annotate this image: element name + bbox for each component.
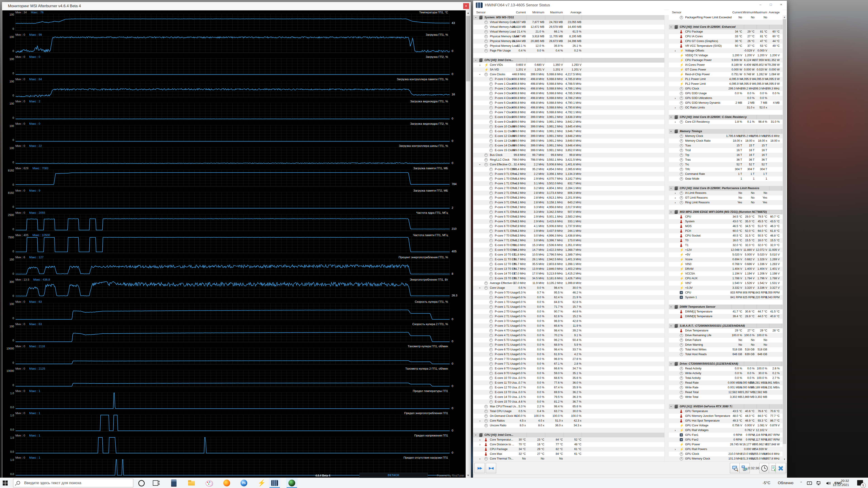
sensor-row[interactable]: P-core 3 T0 Effec...3.3 MHz2.8 MHz4,913.… [473, 195, 664, 200]
column-average[interactable]: Average [561, 11, 581, 14]
sensor-row[interactable]: Drive Temperature29 °C27 °C29 °C28 °C [669, 328, 782, 333]
photoshop-icon[interactable]: PS [240, 479, 248, 487]
sensor-row[interactable]: Uncore Ratio8.0 x8.0 x36.0 x34.3 x [473, 423, 664, 428]
graph-3[interactable]: Мин : 0Макс : 0Загрузка ГП2, %10000 [2, 55, 466, 77]
graph-10[interactable]: Мин : 0Макс : 2055Частота ядра ГП1, МГц2… [2, 211, 466, 233]
sensor-row[interactable]: ⚡VCCSA1.194 V1.194 V1.206 V1.198 V [669, 271, 782, 276]
sensor-row[interactable]: E-core 9 T0 Effec...19.3 MHz14.7 MHz2,42… [473, 248, 664, 252]
sensor-group-row[interactable]: ›CPU [#0]: Intel Core i9-12900K: Perform… [669, 186, 782, 191]
sensor-row[interactable]: Physical Memory Load12.1 %12.0 %35.9 %25… [473, 43, 664, 48]
chevron-down-icon[interactable]: › [478, 164, 482, 165]
afterburner-scrollbar[interactable]: ▲ ▼ [466, 10, 471, 478]
sensor-row[interactable]: E-core 15 T0 Eff...98.7 MHz34.5 MHz3,181… [473, 276, 664, 281]
sensor-row[interactable]: P-core 6 Clock498.8 MHz498.8 MHz5,088.8 … [473, 105, 664, 110]
tray-chevron-icon[interactable]: ⌃ [800, 478, 802, 488]
sensor-row[interactable]: P-core 2 T1 Effec...3.2 MHz2.8 MHz3,173.… [473, 191, 664, 195]
sensor-row[interactable]: ⚡Vcore0.694 V0.682 V1.328 V1.269 V [669, 257, 782, 262]
sensor-row[interactable]: E-core 11 Clock399.0 MHz399.0 MHz3,991.2… [473, 129, 664, 134]
graph-8[interactable]: Мин : 629Макс : 7083Загрузка памяти ГП1,… [2, 166, 466, 189]
scroll-up-icon[interactable]: ▲ [782, 15, 786, 19]
clock[interactable]: 20:32 12.12.2021 [833, 479, 849, 487]
sensor-group-row[interactable]: ›CPU [#0]: Intel Core... [473, 433, 664, 437]
weather-temp-label[interactable]: -5°C [763, 478, 770, 488]
sensor-row[interactable]: Gear Mode111 [669, 176, 782, 181]
afterburner-titlebar[interactable]: Мониторинг MSI Afterburner v4.6.4 Beta 4… [2, 2, 471, 10]
sensor-group-row[interactable]: ›MSI MPG Z690 EDGE WIFI DDR4 (MS-7D31) (… [669, 210, 782, 215]
sensor-row[interactable]: ✳System 1841 RPM825 RPM1,220 RPM1,043 RP… [669, 295, 782, 300]
sensor-row[interactable]: E-core 8 T0 Effec...21.0 MHz15.3 MHz2,53… [473, 243, 664, 248]
sensor-row[interactable]: P-core 1 Clock498.8 MHz498.8 MHz5,088.8 … [473, 82, 664, 86]
sensor-row[interactable]: ⚡+3.3V3.332 V3.320 V3.336 V3.327 V [669, 286, 782, 290]
cast-display-icon[interactable] [807, 478, 812, 488]
sensor-row[interactable]: Tcas15 T15 T15 T [669, 143, 782, 148]
sensor-row[interactable]: E-core 10 Clock399.0 MHz399.0 MHz3,991.2… [473, 124, 664, 129]
chevron-down-icon[interactable]: › [670, 26, 673, 27]
chevron-down-icon[interactable]: › [478, 287, 482, 288]
chevron-down-icon[interactable]: › [670, 188, 673, 189]
sensor-row[interactable]: Average Effective Cl...27.0 MHz11.9 MHz3… [473, 281, 664, 286]
sensor-row[interactable]: T132.0 °C32.0 °C32.0 °C32.0 °C [669, 243, 782, 248]
sensor-row[interactable]: Trcd16 T16 T16 T [669, 148, 782, 153]
column-current[interactable]: Current [505, 11, 526, 14]
sensor-group-row[interactable]: ›GPU [#1]: NVIDIA GeForce RTX 3080 Ti: [669, 404, 782, 409]
sensor-row[interactable]: ⚡GT Cores Power0.000 W0.000 W0.020 W0.00… [669, 67, 782, 72]
chevron-down-icon[interactable]: › [670, 212, 673, 213]
chevron-down-icon[interactable]: › [670, 117, 673, 118]
sensor-row[interactable]: ›Ring Limit ReasonsYesNoYes [669, 200, 782, 205]
sensor-row[interactable]: Memory Clock Ratio18.00 x18.00 x18.00 x1… [669, 138, 782, 143]
sensor-row[interactable]: ›Core Clocks448.9 MHz399.0 MHz5,088.8 MH… [473, 72, 664, 77]
chevron-right-icon[interactable]: › [479, 419, 480, 422]
column-header-right[interactable]: SensorCurrentMinimumMaximumAverage [669, 10, 782, 15]
sensor-row[interactable]: ⚡SA VID1.201 V1.201 V1.201 V1.201 V [473, 67, 664, 72]
sensor-row[interactable]: P-core 6 T1 Effec...3.3 MHz2.9 MHz3,437.… [473, 229, 664, 233]
sensor-row[interactable]: On-Demand Clock M...100.0 %100.0 %100.0 … [473, 414, 664, 418]
sensor-row[interactable]: ⚡GPU Core Voltage0.756 V0.000 V1.081 V0.… [669, 423, 782, 428]
sensor-row[interactable]: GPU Hot Spot Temperature49.3 °C46.9 °C93… [669, 418, 782, 423]
detach-button[interactable]: DETACH [360, 473, 428, 478]
sensor-row[interactable]: Physical Memory Used3,947 MB3,918 MB11,7… [473, 34, 664, 39]
sensor-row[interactable]: E-core 14 T0 Usa...1.5 %0.0 %79.5 %36.3 … [473, 395, 664, 399]
chevron-down-icon[interactable]: › [474, 17, 477, 18]
graph-13[interactable]: Мин : 13.5Макс : 436.8Энергопотребление … [2, 278, 466, 300]
sensor-row[interactable]: VR VCC Temperature (SVID)50 °C37 °C53 °C… [669, 43, 782, 48]
graph-7[interactable]: Мин : 0Макс : 22Загрузка контроллера шин… [2, 144, 466, 166]
sensor-row[interactable]: P-core 7 T1 Effec...3.2 MHz3.0 MHz3,396.… [473, 238, 664, 243]
column-header-left[interactable]: SensorCurrentMinimumMaximumAverage [473, 10, 664, 15]
sensor-row[interactable]: P-core 3 Clock498.8 MHz498.8 MHz5,088.8 … [473, 91, 664, 96]
sensor-row[interactable]: Ring/LLC Clock798.0 MHz798.0 MHz3,592.1 … [473, 158, 664, 162]
sensor-row[interactable]: E-core 13 T0 Usa...0.0 %0.0 %69.9 %36.2 … [473, 390, 664, 395]
weather-condition-label[interactable]: Облачно [778, 478, 794, 488]
graph-16[interactable]: Мин : 0Макс : 2116Тахометр кулера ГП1, о… [2, 344, 466, 367]
sensor-row[interactable]: Read Total12,582 MB5,357 MB12,582 MB [669, 390, 782, 395]
sensor-row[interactable]: ⚡IA Cores Power8.189 W4.406 W195.802 W79… [669, 63, 782, 67]
chevron-right-icon[interactable]: › [675, 49, 676, 53]
sensor-row[interactable]: P-core 4 T0 Usage0.0 %0.0 %98.4 %39.2 % [473, 328, 664, 333]
hwinfo-titlebar[interactable]: HWiNFO64 v7.13-4605 Sensor Status – □ × [473, 1, 787, 10]
sensor-row[interactable]: Max CPU/Thread Us...5.3 %2.2 %98.4 %65.6… [473, 404, 664, 409]
column-sensor[interactable]: Sensor [672, 11, 681, 14]
sensor-row[interactable]: System43.0 °C35.0 °C45.5 °C43.5 °C [669, 219, 782, 224]
sensor-row[interactable]: E-core 13 T0 Eff...54.7 MHz13.9 MHz2,846… [473, 267, 664, 271]
start-button[interactable] [3, 481, 8, 486]
graph-2[interactable]: Мин : 0Макс : 99Загрузка ГП1, %10000 [2, 33, 466, 55]
sensor-row[interactable]: DIMM[3] Temperature39.4 °C28.9 °C44.0 °C… [669, 314, 782, 319]
sensor-row[interactable]: ›Core Distance to ...70 °C16 °C77 °C48 °… [473, 442, 664, 447]
sensor-row[interactable]: GPU D3D Usage0.0 %0.0 %0.0 %0.0 % [669, 91, 782, 96]
sensor-row[interactable]: ›⚡Voltage Offsets-0.029 V0.000 V [669, 48, 782, 53]
green-app-icon[interactable] [288, 479, 296, 487]
winamp-icon[interactable]: ⚡ [258, 479, 266, 487]
sensor-row[interactable]: E-core 12 T0 Usa...0.7 %0.0 %67.4 %35.9 … [473, 385, 664, 390]
sensor-row[interactable]: ›⚡GPU Rail Voltages0.762 V12.102 V [669, 428, 782, 433]
chevron-right-icon[interactable]: › [479, 443, 480, 446]
graph-5[interactable]: Мин : 0Макс : 2Загрузка видеоядра ГП1, %… [2, 99, 466, 122]
sensor-row[interactable]: ✳GPU Fan10 RPM0 RPM2,116 RPM1,857 RPM [669, 433, 782, 437]
sensor-row[interactable]: Memory Clock1,795.6 MHz1,795.2 MHz1,796.… [669, 134, 782, 138]
monitor-search-button[interactable] [730, 463, 740, 473]
sensor-row[interactable]: ›GPU D3D Utilizations0.0 %0.0 % [669, 96, 782, 101]
sensor-row[interactable]: P-core 5 T1 Usage0.0 %0.0 %68.9 %5.9 % [473, 343, 664, 347]
sensor-row[interactable]: Total Host Reads646 GB639 GB646 GB [669, 352, 782, 357]
sensor-row[interactable]: P-core 1 T0 Usage0.0 %0.0 %84.8 %62.6 % [473, 300, 664, 304]
column-average[interactable]: Average [759, 11, 780, 14]
sensor-row[interactable]: GPU Temperature43.5 °C40.6 °C76.6 °C70.6… [669, 409, 782, 414]
sensor-row[interactable]: P-core 0 T1 Usage0.0 %0.0 %62.4 %21.9 % [473, 295, 664, 300]
